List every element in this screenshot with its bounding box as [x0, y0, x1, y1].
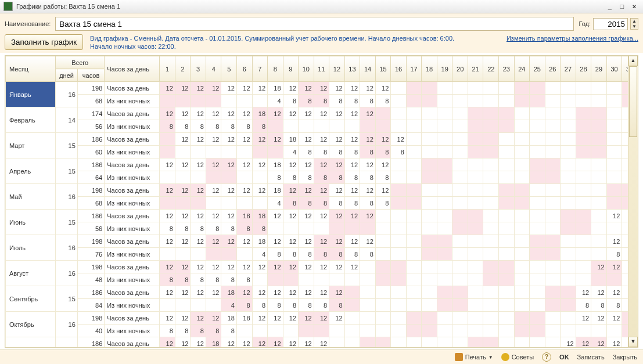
day-cell[interactable]: 12 — [175, 312, 191, 325]
day-cell[interactable]: 12 — [252, 312, 268, 325]
day-cell[interactable]: 12 — [314, 82, 329, 95]
day-cell[interactable]: 18 — [283, 133, 299, 146]
day-cell[interactable] — [422, 235, 437, 248]
day-cell[interactable] — [437, 248, 452, 261]
change-params-link[interactable]: Изменить параметры заполнения графика... — [507, 34, 638, 42]
day-cell[interactable] — [422, 273, 437, 286]
day-cell[interactable] — [483, 286, 499, 299]
day-cell[interactable]: 8 — [160, 325, 175, 337]
day-cell[interactable]: 12 — [160, 235, 175, 248]
day-cell[interactable] — [483, 146, 499, 158]
day-cell[interactable]: 12 — [344, 107, 360, 120]
day-cell[interactable] — [375, 273, 391, 286]
day-cell[interactable] — [437, 299, 452, 312]
day-cell[interactable] — [406, 133, 422, 146]
day-cell[interactable] — [545, 120, 561, 133]
day-cell[interactable]: 8 — [221, 222, 237, 235]
day-cell[interactable] — [160, 248, 175, 261]
day-cell[interactable]: 8 — [329, 95, 345, 107]
day-cell[interactable] — [437, 222, 452, 235]
day-cell[interactable] — [375, 235, 391, 248]
day-cell[interactable] — [191, 146, 206, 158]
day-cell[interactable] — [252, 95, 268, 107]
day-cell[interactable]: 8 — [344, 197, 360, 210]
day-cell[interactable]: 12 — [175, 210, 191, 222]
day-cell[interactable] — [591, 210, 607, 222]
day-cell[interactable] — [499, 261, 515, 273]
day-cell[interactable] — [468, 184, 483, 197]
day-cell[interactable]: 8 — [360, 95, 376, 107]
day-cell[interactable]: 12 — [375, 158, 391, 171]
day-cell[interactable]: 12 — [175, 82, 191, 95]
save-button[interactable]: Записать — [577, 354, 605, 361]
day-cell[interactable]: 12 — [268, 286, 283, 299]
day-cell[interactable]: 4 — [252, 248, 268, 261]
day-cell[interactable] — [468, 107, 483, 120]
day-cell[interactable] — [514, 171, 530, 184]
day-cell[interactable] — [422, 261, 437, 273]
day-cell[interactable] — [499, 133, 515, 146]
day-cell[interactable]: 12 — [283, 184, 299, 197]
day-cell[interactable]: 18 — [206, 337, 221, 348]
day-cell[interactable]: 8 — [299, 95, 314, 107]
day-cell[interactable]: 8 — [344, 248, 360, 261]
day-cell[interactable] — [514, 299, 530, 312]
day-cell[interactable]: 12 — [175, 133, 191, 146]
day-cell[interactable] — [175, 197, 191, 210]
day-cell[interactable]: 8 — [314, 248, 329, 261]
day-cell[interactable]: 12 — [252, 261, 268, 273]
day-cell[interactable] — [422, 210, 437, 222]
day-cell[interactable]: 12 — [191, 210, 206, 222]
day-cell[interactable]: 12 — [591, 286, 607, 299]
day-cell[interactable] — [175, 248, 191, 261]
day-cell[interactable] — [591, 146, 607, 158]
day-cell[interactable] — [437, 312, 452, 325]
day-cell[interactable] — [360, 312, 376, 325]
day-cell[interactable]: 8 — [206, 120, 221, 133]
day-cell[interactable]: 12 — [299, 210, 314, 222]
day-cell[interactable] — [452, 107, 468, 120]
day-cell[interactable] — [530, 120, 545, 133]
day-cell[interactable]: 4 — [268, 95, 283, 107]
month-cell[interactable]: Август — [6, 261, 56, 286]
day-cell[interactable] — [236, 197, 252, 210]
day-cell[interactable] — [561, 146, 576, 158]
day-cell[interactable] — [499, 184, 515, 197]
day-cell[interactable]: 12 — [283, 261, 299, 273]
day-cell[interactable] — [606, 82, 622, 95]
day-cell[interactable] — [468, 222, 483, 235]
day-cell[interactable]: 12 — [606, 235, 622, 248]
day-cell[interactable] — [561, 171, 576, 184]
day-cell[interactable]: 12 — [314, 158, 329, 171]
day-cell[interactable]: 12 — [329, 261, 345, 273]
day-cell[interactable]: 8 — [314, 171, 329, 184]
day-cell[interactable] — [375, 312, 391, 325]
month-cell[interactable]: Октябрь — [6, 312, 56, 337]
day-cell[interactable] — [591, 197, 607, 210]
day-cell[interactable]: 12 — [591, 261, 607, 273]
day-cell[interactable]: 12 — [591, 337, 607, 348]
day-cell[interactable] — [514, 222, 530, 235]
day-cell[interactable] — [452, 158, 468, 171]
day-cell[interactable]: 12 — [344, 133, 360, 146]
day-cell[interactable]: 18 — [236, 312, 252, 325]
day-cell[interactable]: 12 — [175, 337, 191, 348]
day-cell[interactable] — [422, 184, 437, 197]
day-cell[interactable] — [221, 197, 237, 210]
day-cell[interactable] — [391, 171, 407, 184]
day-cell[interactable]: 12 — [252, 184, 268, 197]
day-cell[interactable] — [483, 158, 499, 171]
day-cell[interactable]: 12 — [606, 261, 622, 273]
day-cell[interactable] — [545, 197, 561, 210]
day-cell[interactable]: 8 — [160, 222, 175, 235]
day-cell[interactable] — [452, 210, 468, 222]
day-cell[interactable] — [452, 299, 468, 312]
day-cell[interactable] — [437, 133, 452, 146]
day-cell[interactable]: 8 — [375, 197, 391, 210]
day-cell[interactable] — [221, 171, 237, 184]
day-cell[interactable]: 12 — [206, 235, 221, 248]
day-cell[interactable]: 12 — [175, 261, 191, 273]
day-cell[interactable] — [483, 184, 499, 197]
day-cell[interactable] — [530, 158, 545, 171]
day-cell[interactable]: 12 — [221, 210, 237, 222]
